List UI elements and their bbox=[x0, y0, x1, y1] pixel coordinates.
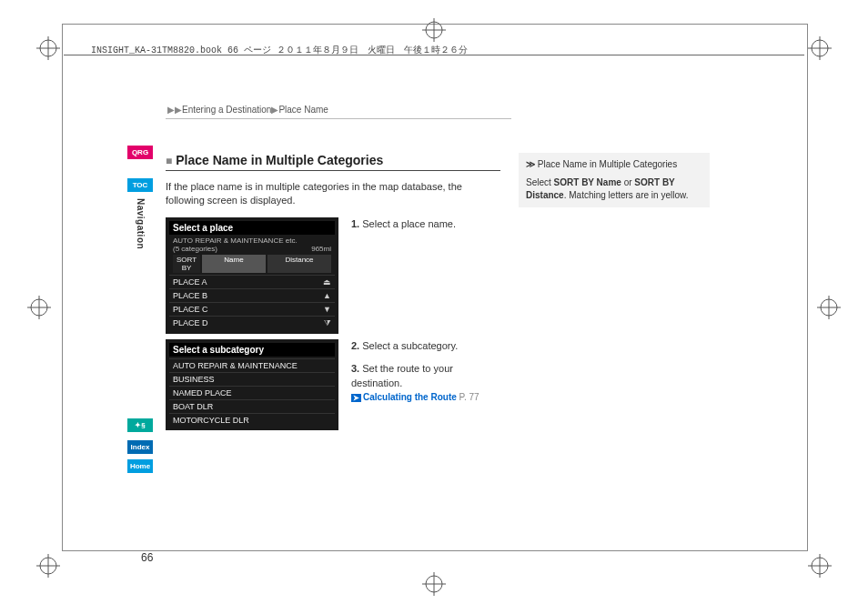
main-content: ■Place Name in Multiple Categories If th… bbox=[166, 153, 500, 436]
crop-mark-icon bbox=[808, 36, 832, 60]
tab-voice[interactable]: ✦§ bbox=[127, 418, 153, 432]
page-number: 66 bbox=[141, 551, 153, 564]
step-text: Set the route to your destination. bbox=[351, 363, 453, 388]
breadcrumb: ▶▶Entering a Destination▶Place Name bbox=[167, 105, 328, 115]
screenshot-subtext: AUTO REPAIR & MAINTENANCE etc. bbox=[173, 237, 298, 245]
list-item: NAMED PLACE bbox=[173, 388, 232, 398]
square-bullet-icon: ■ bbox=[166, 155, 172, 167]
step-text: Select a subcategory. bbox=[359, 340, 458, 351]
section-title-text: Place Name in Multiple Categories bbox=[176, 153, 383, 167]
scroll-down-icon: ▼ bbox=[323, 305, 331, 314]
crop-mark-icon bbox=[808, 554, 832, 578]
section-title: ■Place Name in Multiple Categories bbox=[166, 153, 500, 171]
list-item: BUSINESS bbox=[173, 375, 215, 384]
list-item: AUTO REPAIR & MAINTENANCE bbox=[173, 361, 298, 370]
crop-mark-icon bbox=[817, 296, 841, 319]
tab-index[interactable]: Index bbox=[127, 440, 153, 454]
crop-mark-icon bbox=[422, 572, 446, 596]
list-item: PLACE A bbox=[173, 277, 207, 287]
step-3: 3. Set the route to your destination. ➤C… bbox=[351, 362, 500, 404]
header-rule bbox=[64, 55, 804, 55]
breadcrumb-part: Place Name bbox=[278, 105, 328, 115]
link-page: P. 77 bbox=[459, 392, 479, 402]
tab-name: Name bbox=[202, 255, 266, 273]
sidebar-title-text: Place Name in Multiple Categories bbox=[538, 159, 677, 169]
scroll-up-icon: ▲ bbox=[323, 291, 331, 300]
crop-mark-icon bbox=[422, 18, 446, 42]
list-item: PLACE C bbox=[173, 305, 208, 314]
sidebar-title: ≫ Place Name in Multiple Categories bbox=[526, 158, 702, 171]
screenshot-select-subcategory: Select a subcategory AUTO REPAIR & MAINT… bbox=[166, 339, 338, 430]
screenshot-categories: (5 categories) bbox=[173, 245, 217, 253]
section-label-navigation: Navigation bbox=[136, 198, 146, 249]
step-number: 3. bbox=[351, 363, 359, 374]
note-icon: ≫ bbox=[526, 159, 538, 169]
tab-qrg[interactable]: QRG bbox=[127, 146, 153, 159]
screenshot-select-place: Select a place AUTO REPAIR & MAINTENANCE… bbox=[166, 217, 338, 334]
sidebar-note: ≫ Place Name in Multiple Categories Sele… bbox=[519, 153, 710, 207]
list-item: MOTORCYCLE DLR bbox=[173, 416, 249, 425]
crop-mark-icon bbox=[36, 36, 60, 60]
screenshot-distance: 965mi bbox=[311, 245, 331, 253]
cross-reference-link[interactable]: ➤Calculating the Route P. 77 bbox=[351, 392, 479, 402]
sidebar-text: Select SORT BY Name or SORT BY Distance.… bbox=[526, 176, 702, 202]
list-item: PLACE D bbox=[173, 318, 208, 328]
tab-toc[interactable]: TOC bbox=[127, 178, 153, 192]
scroll-top-icon: ⏏ bbox=[323, 277, 331, 287]
step-1: 1. Select a place name. bbox=[351, 217, 500, 231]
tab-distance: Distance bbox=[267, 255, 331, 273]
step-text: Select a place name. bbox=[359, 218, 456, 229]
breadcrumb-rule bbox=[166, 118, 511, 119]
screenshot-title: Select a subcategory bbox=[169, 343, 335, 357]
crop-mark-icon bbox=[36, 554, 60, 578]
step-number: 1. bbox=[351, 218, 359, 229]
link-icon: ➤ bbox=[351, 394, 361, 402]
triangle-icon: ▶▶ bbox=[167, 105, 182, 115]
step-2: 2. Select a subcategory. bbox=[351, 339, 500, 353]
scroll-bottom-icon: ⧩ bbox=[324, 318, 331, 328]
link-label: Calculating the Route bbox=[363, 392, 457, 402]
step-number: 2. bbox=[351, 340, 359, 351]
list-item: BOAT DLR bbox=[173, 402, 213, 411]
screenshot-title: Select a place bbox=[169, 221, 335, 235]
tab-home[interactable]: Home bbox=[127, 459, 153, 473]
intro-text: If the place name is in multiple categor… bbox=[166, 180, 500, 208]
breadcrumb-part: Entering a Destination bbox=[182, 105, 271, 115]
sort-label: SORT BY bbox=[173, 255, 200, 273]
list-item: PLACE B bbox=[173, 291, 207, 300]
crop-mark-icon bbox=[27, 296, 51, 319]
